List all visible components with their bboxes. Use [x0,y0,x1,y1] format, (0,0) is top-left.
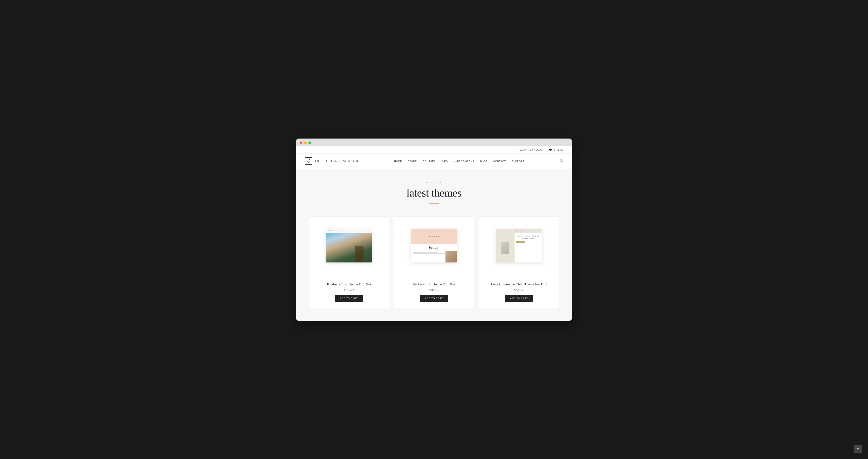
product-name-kindred: Kindred Child Theme For Divi [327,282,371,286]
nav-support[interactable]: SUPPORT [512,160,524,162]
hero-title: latest themes [301,187,567,199]
nav-blog[interactable]: BLOG [480,160,488,162]
hero-subtitle: OUR VERY [301,181,567,184]
product-image-wrap-parker: PARKER beauty [400,223,468,269]
product-name-parker: Parker Child Theme For Divi [413,282,455,286]
hero-section: OUR VERY latest themes [296,169,572,212]
browser-window: CART MY ACCOUNT 🛍 0 ITEMS DSCO THE DESIG… [296,139,572,321]
cart-bag-icon: 🛍 [549,148,553,152]
site-wrapper: CART MY ACCOUNT 🛍 0 ITEMS DSCO THE DESIG… [296,146,572,321]
parker-header-label: PARKER [429,236,440,238]
nav-courses[interactable]: COURSES [423,160,436,162]
main-nav: DSCO THE DESIGN SPACE.CO HOME STORE COUR… [296,154,572,169]
kindred-photo [326,233,372,263]
maximize-button[interactable] [308,142,311,144]
nav-info[interactable]: INFO [441,160,448,162]
add-to-cart-button-parker[interactable]: ADD TO CART [420,295,448,302]
cart-link[interactable]: CART [520,149,526,151]
my-account-link[interactable]: MY ACCOUNT [530,149,546,151]
luxe-cta-button [516,241,525,243]
luxe-heading: Beautiful Interiors [516,238,540,240]
product-price-kindred: $185.12 [344,288,354,292]
add-to-cart-button-luxe[interactable]: ADD TO CART [505,295,533,302]
product-price-luxe: $223.42 [514,288,524,292]
parker-script: beauty [411,244,457,250]
hero-divider [429,203,439,204]
product-price-parker: $185.12 [429,288,439,292]
nav-hire-someone[interactable]: HIRE SOMEONE [454,160,474,162]
utility-bar: CART MY ACCOUNT 🛍 0 ITEMS [296,146,572,154]
nav-store[interactable]: STORE [408,160,417,162]
product-image-wrap-luxe: LUXE BEAUTIFUL INTERIORS Beautiful Inte [486,223,553,269]
luxe-image-stack [498,235,513,261]
product-card-kindred: Kindred Kindred Child Theme For Divi $18… [309,216,389,308]
browser-chrome [296,139,572,146]
parker-line-2 [413,252,438,253]
search-icon[interactable]: 🔍 [560,159,563,163]
add-to-cart-button-kindred[interactable]: ADD TO CART [335,295,363,302]
products-section: Kindred Kindred Child Theme For Divi $18… [296,212,572,321]
nav-contact[interactable]: CONTACT [493,160,506,162]
luxe-image-block [501,242,509,254]
nav-links: HOME STORE COURSES INFO HIRE SOMEONE BLO… [394,159,524,163]
cart-count-wrap: 🛍 0 ITEMS [549,148,563,152]
minimize-button[interactable] [304,142,307,144]
luxe-left [496,233,515,263]
mock-browser-bar: Kindred [326,229,372,233]
products-grid: Kindred Kindred Child Theme For Divi $18… [309,216,559,308]
scroll-to-top-button[interactable]: ⇧ [854,445,862,453]
product-image-wrap-kindred: Kindred [315,223,382,269]
logo-icon: DSCO [305,157,312,165]
parker-top: PARKER [411,229,457,244]
luxe-title-label: BEAUTIFUL INTERIORS [516,235,540,237]
close-button[interactable] [300,142,302,144]
cart-items-count[interactable]: 0 ITEMS [554,149,563,151]
luxe-mockup: LUXE BEAUTIFUL INTERIORS Beautiful Inte [496,229,542,263]
parker-bottom: beauty [411,244,457,263]
kindred-mockup: Kindred [326,229,372,263]
product-name-luxe: Luxe Commerce Child Theme For Divi [491,282,547,286]
kindred-content [326,233,372,263]
logo-text: THE DESIGN SPACE.CO [315,159,359,162]
logo-wrap[interactable]: DSCO THE DESIGN SPACE.CO [305,157,359,165]
luxe-content: BEAUTIFUL INTERIORS Beautiful Interiors [496,233,542,263]
product-card-luxe: LUXE BEAUTIFUL INTERIORS Beautiful Inte [479,216,559,308]
parker-photo-overlay [445,251,457,263]
parker-line-1 [413,251,446,251]
mock-dot-green [331,230,332,232]
parker-mockup: PARKER beauty [411,229,457,263]
luxe-right: BEAUTIFUL INTERIORS Beautiful Interiors [515,233,542,263]
nav-home[interactable]: HOME [394,160,402,162]
parker-line-3 [413,253,446,254]
luxe-header: LUXE [496,229,542,233]
kindred-figure [355,246,364,263]
kindred-label: Kindred [335,230,339,232]
mock-dot-yellow [330,230,331,232]
mock-dot-red [328,230,329,232]
product-card-parker: PARKER beauty [394,216,474,308]
